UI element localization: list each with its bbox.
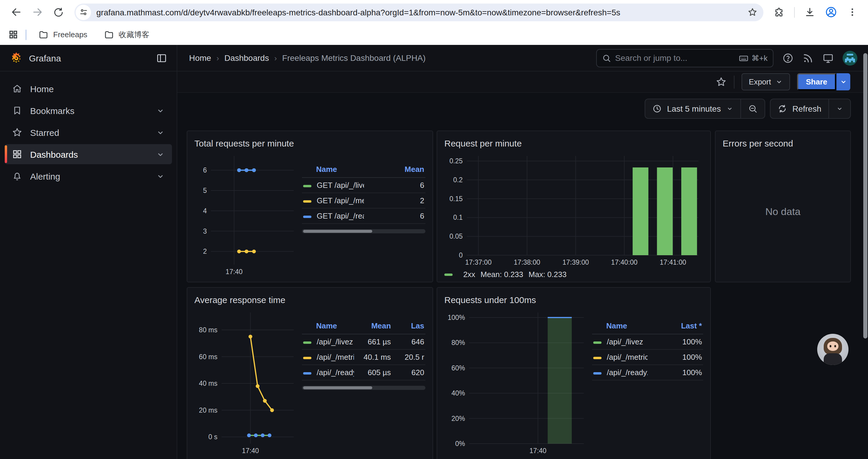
url-text[interactable]: grafana.mathmast.com/d/deytv4rwavabkb/fr… bbox=[96, 7, 745, 17]
mega-menu-toggle[interactable] bbox=[156, 52, 167, 64]
keyboard-icon bbox=[739, 53, 749, 63]
downloads-button[interactable] bbox=[801, 3, 818, 21]
zoom-out-button[interactable] bbox=[740, 99, 765, 118]
svg-text:0%: 0% bbox=[455, 440, 465, 448]
legend-row[interactable]: /api/_/metrics40.1 ms20.5 r bbox=[302, 350, 426, 365]
share-split-button: Share bbox=[797, 73, 850, 90]
time-range-label: Last 5 minutes bbox=[667, 104, 721, 113]
legend-column-header[interactable]: Name bbox=[302, 163, 364, 177]
dashboard-main: Export Share bbox=[177, 71, 868, 459]
svg-text:17:40: 17:40 bbox=[529, 447, 547, 455]
browser-menu-button[interactable] bbox=[843, 3, 861, 21]
legend-column-header[interactable]: Name bbox=[302, 320, 354, 334]
profile-button[interactable] bbox=[822, 3, 840, 21]
sidebar-item-bookmarks[interactable]: Bookmarks bbox=[5, 100, 172, 121]
apps-grid-button[interactable] bbox=[8, 30, 18, 40]
chevron-down-icon bbox=[836, 105, 843, 112]
no-data-message: No data bbox=[723, 151, 843, 272]
legend-row[interactable]: GET /api/_/livez6 bbox=[302, 177, 426, 193]
bookmark-page-button[interactable] bbox=[747, 7, 757, 17]
legend-scrollbar[interactable] bbox=[302, 229, 426, 233]
svg-text:5: 5 bbox=[203, 187, 207, 194]
legend-column-header[interactable]: Las bbox=[392, 320, 426, 334]
breadcrumb-dashboards[interactable]: Dashboards bbox=[224, 53, 269, 63]
favorite-dashboard-button[interactable] bbox=[716, 76, 727, 88]
refresh-button[interactable]: Refresh bbox=[771, 99, 829, 118]
user-avatar[interactable] bbox=[843, 51, 857, 65]
legend-row[interactable]: /api/_/readyz605 µs620 bbox=[302, 365, 426, 380]
legend-column-header[interactable]: Last * bbox=[648, 320, 703, 334]
reload-button[interactable] bbox=[50, 3, 67, 21]
svg-text:20%: 20% bbox=[452, 415, 465, 422]
assistant-avatar[interactable] bbox=[817, 334, 848, 365]
legend-scrollbar[interactable] bbox=[302, 386, 426, 390]
chevron-down-icon[interactable] bbox=[156, 172, 165, 181]
forward-button[interactable] bbox=[28, 3, 46, 21]
legend-column-header[interactable]: Mean bbox=[354, 320, 392, 334]
star-outline-icon bbox=[716, 76, 727, 88]
search-input[interactable]: Search or jump to... ⌘+k bbox=[596, 49, 773, 67]
bookmark-folder-freeleaps[interactable]: Freeleaps bbox=[34, 27, 92, 42]
sidebar-item-dashboards[interactable]: Dashboards bbox=[5, 144, 172, 164]
svg-text:0.25: 0.25 bbox=[450, 157, 463, 165]
display-button[interactable] bbox=[823, 52, 834, 64]
page-scrollbar-thumb[interactable] bbox=[863, 53, 867, 338]
time-range-picker[interactable]: Last 5 minutes bbox=[645, 99, 740, 118]
search-icon bbox=[602, 54, 611, 62]
news-button[interactable] bbox=[802, 52, 814, 64]
refresh-interval-button[interactable] bbox=[829, 99, 850, 118]
breadcrumb-home[interactable]: Home bbox=[189, 53, 211, 63]
sidebar-item-starred[interactable]: Starred bbox=[5, 122, 172, 142]
legend-column-header[interactable]: Name bbox=[592, 320, 648, 334]
refresh-label: Refresh bbox=[793, 104, 821, 113]
panel-title[interactable]: Total requests per minute bbox=[194, 135, 426, 151]
time-range-group: Last 5 minutes bbox=[645, 99, 765, 119]
page-scrollbar[interactable] bbox=[863, 45, 868, 459]
export-button[interactable]: Export bbox=[742, 73, 790, 90]
panel-title[interactable]: Errors per second bbox=[723, 135, 843, 151]
legend-row[interactable]: /api/_/readyz100% bbox=[592, 365, 703, 380]
legend-row[interactable]: /api/_/livez661 µs646 bbox=[302, 334, 426, 350]
chevron-down-icon[interactable] bbox=[156, 128, 165, 137]
share-button[interactable]: Share bbox=[797, 73, 836, 90]
sidebar-item-home[interactable]: Home bbox=[5, 78, 172, 99]
chart-requests-under-100ms[interactable]: 100%80%60%40%20%0%17:40 bbox=[444, 308, 589, 457]
legend-row[interactable]: GET /api/_/readyz6 bbox=[302, 208, 426, 224]
chart-request-per-minute[interactable]: 0.250.20.150.10.05017:37:0017:38:0017:39… bbox=[444, 151, 703, 268]
chart-total-requests[interactable]: 6543217:40 bbox=[194, 151, 299, 277]
legend-table: NameMeanLas/api/_/livez661 µs646/api/_/m… bbox=[302, 320, 426, 381]
legend-row[interactable]: /api/_/livez100% bbox=[592, 334, 703, 350]
chart-average-response-time[interactable]: 80 ms60 ms40 ms20 ms0 s17:40 bbox=[194, 308, 299, 457]
chevron-down-icon[interactable] bbox=[156, 106, 165, 115]
help-button[interactable] bbox=[782, 52, 794, 64]
legend-scrollbar-thumb[interactable] bbox=[303, 386, 372, 389]
dashboard-canvas: Last 5 minutes bbox=[177, 93, 868, 459]
chevron-down-icon bbox=[840, 78, 847, 86]
forward-icon bbox=[32, 6, 43, 18]
avatar-eye bbox=[834, 345, 836, 347]
legend-column-header[interactable]: Mean bbox=[364, 163, 426, 177]
panel-request-per-minute: Request per minute 0.250.20.150.10.05017… bbox=[437, 131, 711, 282]
panel-title[interactable]: Request per minute bbox=[444, 135, 703, 151]
legend-request-per-minute[interactable]: 2xx Mean: 0.233 Max: 0.233 bbox=[444, 270, 703, 279]
avatar-body bbox=[824, 353, 842, 365]
legend-row[interactable]: /api/_/metrics100% bbox=[592, 350, 703, 365]
back-button[interactable] bbox=[7, 3, 25, 21]
clock-icon bbox=[652, 104, 662, 113]
address-bar[interactable]: grafana.mathmast.com/d/deytv4rwavabkb/fr… bbox=[74, 3, 764, 21]
panel-title[interactable]: Average response time bbox=[194, 291, 426, 308]
panel-title[interactable]: Requests under 100ms bbox=[444, 291, 703, 308]
download-icon bbox=[804, 6, 815, 18]
share-menu-button[interactable] bbox=[836, 73, 850, 90]
bookmark-folder-blogs[interactable]: 收藏博客 bbox=[99, 27, 154, 42]
legend-row[interactable]: GET /api/_/metrics2 bbox=[302, 193, 426, 208]
extensions-button[interactable] bbox=[771, 3, 788, 21]
brand-name: Grafana bbox=[29, 53, 61, 63]
site-settings-button[interactable] bbox=[75, 4, 91, 20]
bookmark-star-icon bbox=[747, 7, 757, 17]
svg-text:0.05: 0.05 bbox=[450, 232, 463, 240]
chevron-down-icon[interactable] bbox=[156, 150, 165, 159]
legend-scrollbar-thumb[interactable] bbox=[303, 230, 372, 233]
sidebar-item-alerting[interactable]: Alerting bbox=[5, 166, 172, 186]
time-controls: Last 5 minutes bbox=[645, 99, 851, 119]
